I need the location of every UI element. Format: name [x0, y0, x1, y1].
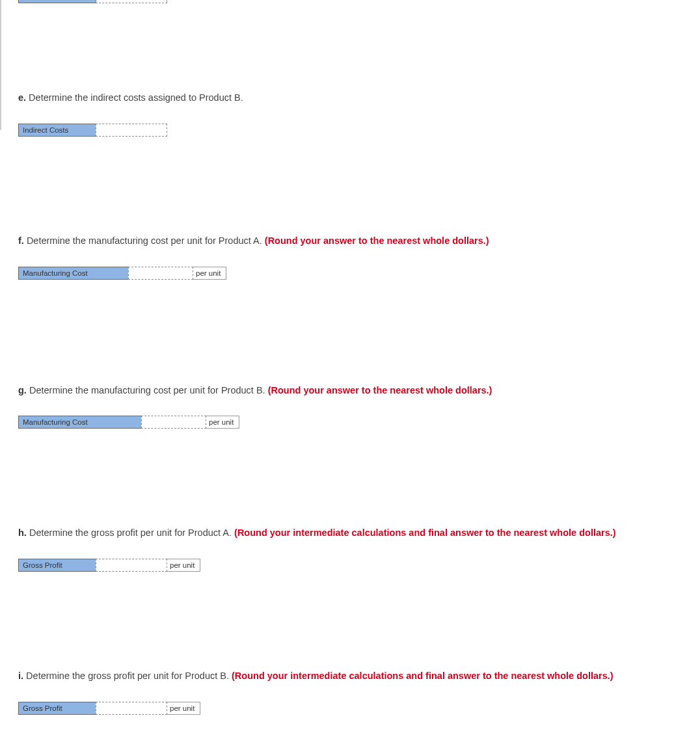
manufacturing-cost-a-label: Manufacturing Cost — [18, 267, 129, 280]
question-h-text: h. Determine the gross profit per unit f… — [18, 526, 687, 540]
question-g-answer-row: Manufacturing Cost per unit — [18, 416, 687, 429]
page-left-border — [0, 0, 1, 130]
question-h-note: (Round your intermediate calculations an… — [234, 527, 616, 538]
question-g: g. Determine the manufacturing cost per … — [18, 384, 687, 429]
gross-profit-b-label: Gross Profit — [18, 702, 96, 715]
question-i-answer-row: Gross Profit per unit — [18, 702, 687, 715]
manufacturing-cost-a-input[interactable] — [128, 267, 193, 280]
question-g-text: g. Determine the manufacturing cost per … — [18, 384, 687, 398]
question-e: e. Determine the indirect costs assigned… — [18, 91, 687, 137]
question-f-text: f. Determine the manufacturing cost per … — [18, 234, 687, 248]
question-i-note: (Round your intermediate calculations an… — [232, 671, 613, 681]
manufacturing-cost-b-label: Manufacturing Cost — [18, 416, 142, 429]
question-g-note: (Round your answer to the nearest whole … — [268, 385, 492, 395]
gross-profit-b-input[interactable] — [96, 702, 167, 715]
gross-profit-a-input[interactable] — [96, 559, 167, 572]
question-i-body: Determine the gross profit per unit for … — [23, 671, 232, 681]
question-f: f. Determine the manufacturing cost per … — [18, 234, 687, 280]
gross-profit-a-label: Gross Profit — [18, 559, 96, 572]
question-g-body: Determine the manufacturing cost per uni… — [27, 385, 268, 395]
gross-profit-a-unit: per unit — [167, 559, 200, 572]
question-e-text: e. Determine the indirect costs assigned… — [18, 91, 687, 105]
question-e-letter: e. — [18, 92, 26, 103]
question-e-body: Determine the indirect costs assigned to… — [26, 92, 243, 103]
indirect-costs-input[interactable] — [96, 124, 167, 137]
top-input-cell[interactable] — [96, 0, 167, 3]
question-f-note: (Round your answer to the nearest whole … — [265, 235, 489, 246]
question-h-letter: h. — [18, 527, 27, 538]
question-i: i. Determine the gross profit per unit f… — [18, 669, 687, 715]
question-h: h. Determine the gross profit per unit f… — [18, 526, 687, 572]
question-f-answer-row: Manufacturing Cost per unit — [18, 267, 687, 280]
question-e-answer-row: Indirect Costs — [18, 124, 687, 137]
question-i-text: i. Determine the gross profit per unit f… — [18, 669, 687, 684]
question-f-body: Determine the manufacturing cost per uni… — [24, 235, 265, 246]
top-fragment-row — [18, 0, 687, 3]
question-h-body: Determine the gross profit per unit for … — [27, 527, 234, 538]
indirect-costs-label: Indirect Costs — [18, 124, 96, 137]
top-label-cell — [18, 0, 96, 3]
question-i-letter: i. — [18, 671, 23, 681]
manufacturing-cost-b-unit: per unit — [206, 416, 239, 429]
question-g-letter: g. — [18, 385, 27, 395]
question-f-letter: f. — [18, 235, 24, 246]
question-h-answer-row: Gross Profit per unit — [18, 559, 687, 572]
gross-profit-b-unit: per unit — [167, 702, 200, 715]
manufacturing-cost-b-input[interactable] — [141, 416, 206, 429]
manufacturing-cost-a-unit: per unit — [193, 267, 226, 280]
